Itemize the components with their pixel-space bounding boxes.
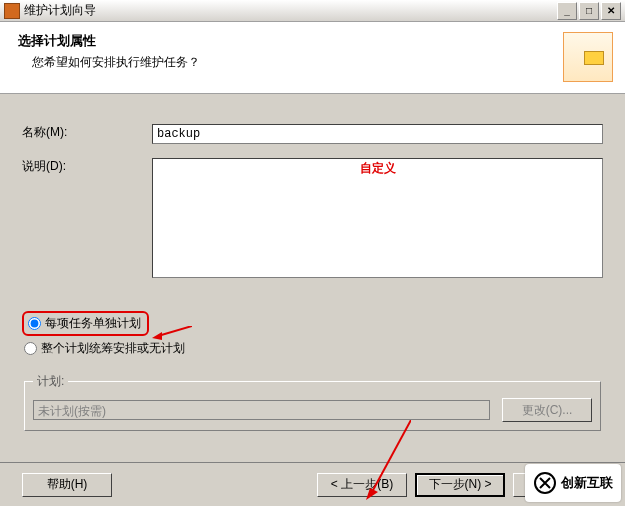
schedule-text: 未计划(按需) <box>33 400 490 420</box>
page-subtitle: 您希望如何安排执行维护任务？ <box>18 54 607 71</box>
radio-single[interactable] <box>24 342 37 355</box>
schedule-legend: 计划: <box>33 373 68 390</box>
window-controls: _ □ ✕ <box>555 2 621 20</box>
titlebar: 维护计划向导 _ □ ✕ <box>0 0 625 22</box>
watermark-logo-icon <box>533 471 557 495</box>
help-button[interactable]: 帮助(H) <box>22 473 112 497</box>
name-label: 名称(M): <box>22 124 152 144</box>
wizard-graphic-icon <box>563 32 613 82</box>
wizard-content: 名称(M): 说明(D): 自定义 每项任务单独计划 整个计划统筹安排或无计划 … <box>0 94 625 462</box>
description-textarea[interactable] <box>152 158 603 278</box>
change-button: 更改(C)... <box>502 398 592 422</box>
minimize-button[interactable]: _ <box>557 2 577 20</box>
back-button[interactable]: < 上一步(B) <box>317 473 407 497</box>
page-title: 选择计划属性 <box>18 32 607 50</box>
close-button[interactable]: ✕ <box>601 2 621 20</box>
watermark: 创新互联 <box>525 464 621 502</box>
next-button[interactable]: 下一步(N) > <box>415 473 505 497</box>
window-title: 维护计划向导 <box>24 2 555 19</box>
name-input[interactable] <box>152 124 603 144</box>
radio-single-label: 整个计划统筹安排或无计划 <box>41 340 185 357</box>
maximize-button[interactable]: □ <box>579 2 599 20</box>
radio-separate[interactable] <box>28 317 41 330</box>
app-icon <box>4 3 20 19</box>
wizard-header: 选择计划属性 您希望如何安排执行维护任务？ <box>0 22 625 94</box>
schedule-type-group: 每项任务单独计划 整个计划统筹安排或无计划 <box>22 311 603 357</box>
watermark-text: 创新互联 <box>561 474 613 492</box>
schedule-fieldset: 计划: 未计划(按需) 更改(C)... <box>24 373 601 431</box>
radio-highlight-annotation: 每项任务单独计划 <box>22 311 149 336</box>
radio-separate-label: 每项任务单独计划 <box>45 315 141 332</box>
description-label: 说明(D): <box>22 158 152 281</box>
